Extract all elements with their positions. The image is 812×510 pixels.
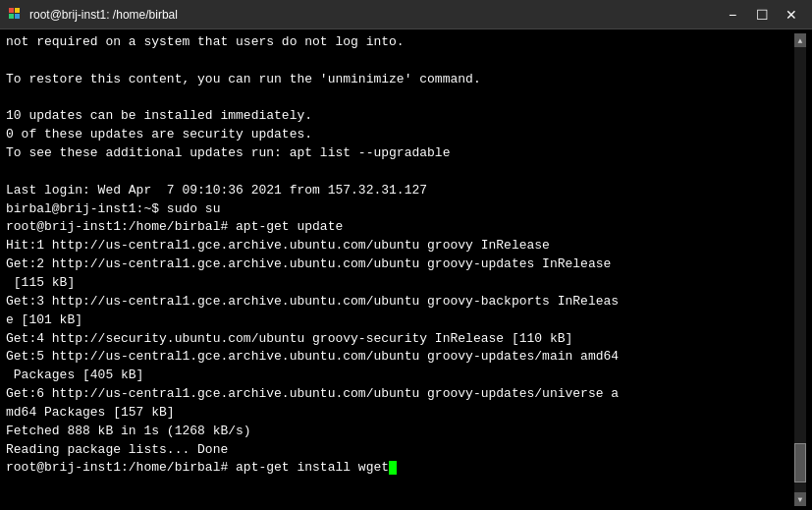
titlebar-left: root@brij-inst1: /home/birbal	[8, 7, 178, 23]
scroll-down-arrow[interactable]: ▼	[794, 492, 806, 506]
titlebar: root@brij-inst1: /home/birbal − ☐ ✕	[0, 0, 812, 29]
titlebar-controls: − ☐ ✕	[720, 5, 804, 25]
scroll-track[interactable]	[794, 47, 806, 492]
scroll-up-arrow[interactable]: ▲	[794, 33, 806, 47]
terminal-cursor	[389, 461, 397, 475]
terminal-icon	[8, 7, 24, 23]
svg-rect-2	[15, 8, 20, 13]
window-title: root@brij-inst1: /home/birbal	[29, 8, 178, 22]
scrollbar[interactable]: ▲ ▼	[794, 33, 806, 506]
terminal-output: not required on a system that users do n…	[6, 33, 794, 506]
close-button[interactable]: ✕	[779, 5, 804, 25]
svg-rect-3	[9, 14, 14, 19]
svg-rect-1	[9, 8, 14, 13]
maximize-button[interactable]: ☐	[749, 5, 775, 25]
svg-rect-4	[15, 14, 20, 19]
terminal[interactable]: not required on a system that users do n…	[0, 29, 812, 510]
scroll-thumb[interactable]	[794, 443, 806, 482]
minimize-button[interactable]: −	[720, 5, 745, 25]
